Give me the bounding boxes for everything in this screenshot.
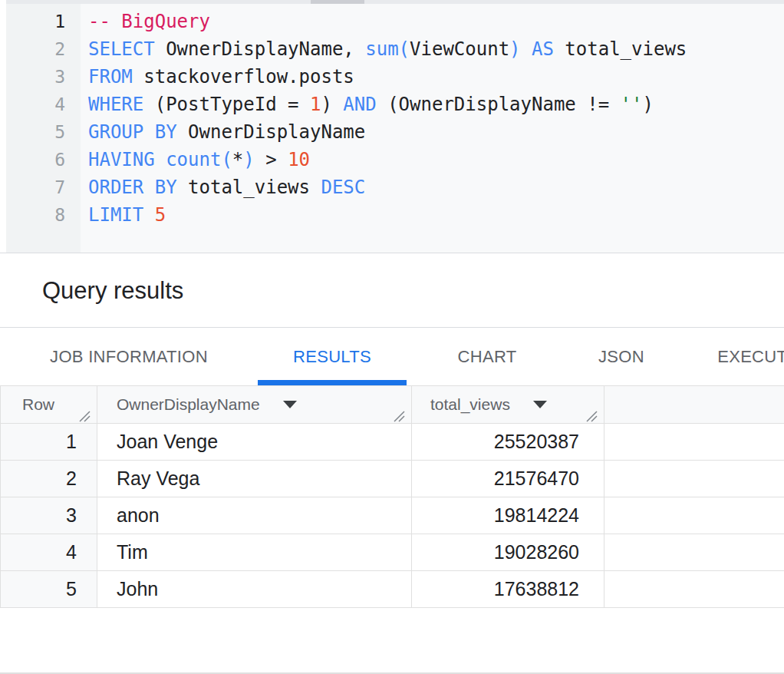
token-plain: ) — [643, 94, 654, 115]
code-text: GROUP BY OwnerDisplayName — [88, 118, 365, 146]
code-line[interactable]: 3FROM stackoverflow.posts — [0, 63, 784, 91]
column-resize-handle[interactable] — [77, 409, 91, 422]
tab-results[interactable]: RESULTS — [258, 328, 407, 385]
line-number: 4 — [0, 91, 65, 118]
code-line[interactable]: 4WHERE (PostTypeId = 1) AND (OwnerDispla… — [0, 91, 784, 118]
column-resize-handle[interactable] — [585, 409, 598, 422]
code-line[interactable]: 8LIMIT 5 — [0, 201, 784, 229]
token-plain: * — [232, 149, 243, 170]
results-table-body: 1Joan Venge255203872Ray Vega215764703ano… — [1, 424, 784, 608]
token-keyword: sum( — [365, 38, 410, 60]
token-keyword: AND — [343, 94, 376, 115]
token-plain: OwnerDisplayName — [177, 121, 366, 143]
empty-cell — [604, 534, 784, 571]
token-keyword: FROM — [88, 66, 133, 88]
token-keyword: ) — [243, 149, 254, 170]
code-text: WHERE (PostTypeId = 1) AND (OwnerDisplay… — [88, 91, 654, 118]
token-plain: total_views — [565, 38, 687, 60]
column-label: Row — [22, 395, 54, 414]
code-line[interactable]: 5GROUP BY OwnerDisplayName — [0, 118, 784, 146]
column-header-row: Row — [1, 386, 97, 424]
token-number: 1 — [310, 94, 321, 115]
tab-label: EXECUTION DETAILS — [717, 347, 784, 366]
token-plain: (OwnerDisplayName != — [377, 94, 621, 115]
column-resize-handle[interactable] — [392, 409, 405, 422]
code-line[interactable]: 6HAVING count(*) > 10 — [0, 146, 784, 173]
query-results-header: Query results — [0, 253, 784, 328]
row-number-cell: 3 — [1, 497, 97, 534]
results-table-header: RowOwnerDisplayNametotal_views — [1, 386, 784, 424]
token-plain: OwnerDisplayName, — [155, 38, 366, 60]
column-header-inner: OwnerDisplayName — [97, 386, 411, 423]
header-row: RowOwnerDisplayNametotal_views — [1, 386, 784, 424]
token-plain: (PostTypeId = — [143, 94, 310, 115]
column-label: total_views — [430, 395, 510, 414]
code-text: -- BigQuery — [88, 8, 210, 35]
line-number: 6 — [0, 146, 65, 173]
line-number: 8 — [0, 201, 65, 229]
token-keyword: DESC — [321, 177, 365, 198]
owner-display-name-cell: anon — [97, 497, 412, 534]
token-plain — [155, 149, 166, 170]
token-plain — [143, 204, 154, 226]
column-header-ownerdisplayname: OwnerDisplayName — [97, 386, 412, 424]
owner-display-name-cell: Ray Vega — [97, 461, 412, 497]
total-views-cell: 17638812 — [412, 571, 604, 608]
token-number: 10 — [288, 149, 310, 170]
row-number-cell: 5 — [1, 571, 97, 608]
line-number: 7 — [0, 173, 65, 201]
results-table: RowOwnerDisplayNametotal_views 1Joan Ven… — [0, 385, 784, 608]
owner-display-name-cell: Tim — [97, 534, 412, 571]
column-header-inner — [604, 386, 784, 423]
code-text: FROM stackoverflow.posts — [88, 63, 354, 91]
tab-chart[interactable]: CHART — [407, 328, 568, 385]
column-header-empty — [604, 386, 784, 424]
owner-display-name-cell: John — [97, 571, 412, 608]
token-plain: total_views — [177, 177, 321, 198]
tab-label: JOB INFORMATION — [50, 347, 208, 366]
empty-cell — [604, 571, 784, 608]
sort-dropdown-icon[interactable] — [283, 401, 297, 408]
results-table-row: 1Joan Venge25520387 — [1, 424, 784, 461]
code-line[interactable]: 7ORDER BY total_views DESC — [0, 173, 784, 201]
code-text: SELECT OwnerDisplayName, sum(ViewCount) … — [88, 35, 687, 63]
line-number: 2 — [0, 35, 65, 63]
query-results-title: Query results — [0, 253, 784, 328]
total-views-cell: 21576470 — [412, 461, 604, 497]
code-lines: 1-- BigQuery2SELECT OwnerDisplayName, su… — [0, 8, 784, 229]
tab-job-information[interactable]: JOB INFORMATION — [0, 328, 258, 385]
line-number: 1 — [0, 8, 65, 35]
token-keyword: ORDER BY — [88, 177, 177, 198]
tab-json[interactable]: JSON — [568, 328, 675, 385]
token-comment: -- BigQuery — [88, 11, 210, 32]
token-keyword: count( — [166, 149, 232, 170]
code-line[interactable]: 2SELECT OwnerDisplayName, sum(ViewCount)… — [0, 35, 784, 63]
column-label: OwnerDisplayName — [117, 395, 260, 414]
empty-cell — [604, 424, 784, 461]
results-table-row: 5John17638812 — [1, 571, 784, 608]
token-plain: ViewCount — [410, 38, 509, 60]
token-plain: ) — [321, 94, 343, 115]
total-views-cell: 19028260 — [412, 534, 604, 571]
token-keyword: WHERE — [88, 94, 143, 115]
results-table-row: 2Ray Vega21576470 — [1, 461, 784, 497]
line-number: 5 — [0, 118, 65, 146]
sort-dropdown-icon[interactable] — [533, 401, 547, 408]
tab-label: RESULTS — [293, 347, 371, 366]
code-text: HAVING count(*) > 10 — [88, 146, 310, 173]
tab-label: JSON — [598, 347, 644, 366]
tab-label: CHART — [458, 347, 517, 366]
tab-execution-details[interactable]: EXECUTION DETAILS — [675, 328, 784, 385]
bigquery-results-view: 1-- BigQuery2SELECT OwnerDisplayName, su… — [0, 0, 784, 674]
line-number: 3 — [0, 63, 65, 91]
token-plain: stackoverflow.posts — [133, 66, 354, 88]
code-line[interactable]: 1-- BigQuery — [0, 8, 784, 35]
total-views-cell: 19814224 — [412, 497, 604, 534]
results-table-row: 4Tim19028260 — [1, 534, 784, 571]
code-text: LIMIT 5 — [88, 201, 166, 229]
owner-display-name-cell: Joan Venge — [97, 424, 412, 461]
token-string: '' — [621, 94, 643, 115]
empty-cell — [604, 461, 784, 497]
row-number-cell: 2 — [1, 461, 97, 497]
sql-editor-panel[interactable]: 1-- BigQuery2SELECT OwnerDisplayName, su… — [0, 4, 784, 253]
